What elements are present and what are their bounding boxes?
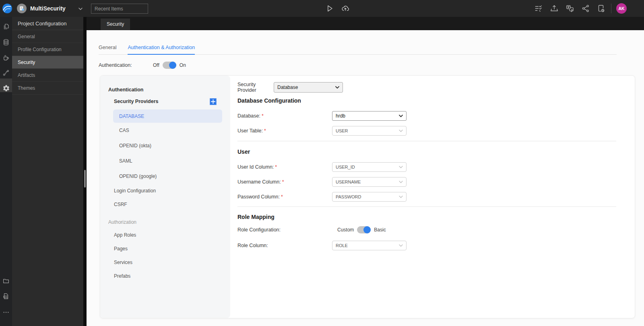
sidebar-item-artifacts[interactable]: Artifacts	[12, 69, 83, 82]
sidebar-scrollbar	[83, 17, 87, 326]
main-content: General Authentication & Authorization A…	[87, 30, 644, 326]
authentication-toggle-row: Authentication: Off On	[99, 61, 644, 69]
sidebar-title: Project Configuration	[12, 17, 83, 30]
log-file-icon[interactable]: LOG	[0, 290, 12, 303]
user-table-row: User Table:* USER	[237, 126, 635, 136]
nav-item-app-roles[interactable]: App Roles	[114, 228, 230, 242]
sidebar-item-themes[interactable]: Themes	[12, 82, 83, 95]
nav-item-services[interactable]: Services	[114, 256, 230, 269]
sidebar-item-security[interactable]: Security	[12, 56, 83, 69]
user-table-value: USER	[336, 128, 348, 133]
provider-item-saml[interactable]: SAML	[119, 153, 230, 169]
authorization-section-header: Authorization	[108, 216, 230, 228]
more-icon[interactable]	[0, 306, 12, 319]
toggle-on-label: On	[180, 62, 186, 68]
database-configuration-heading: Database Configuration	[237, 97, 635, 105]
toggle-knob	[169, 62, 176, 69]
tab-authentication-authorization[interactable]: Authentication & Authorization	[128, 45, 195, 55]
wavemaker-logo-icon[interactable]	[2, 3, 12, 14]
required-marker: *	[282, 179, 284, 185]
section-divider	[237, 206, 616, 207]
topbar-separator	[611, 4, 611, 13]
provider-item-database[interactable]: DATABASE	[113, 109, 222, 123]
sidebar-item-general[interactable]: General	[12, 30, 83, 43]
security-provider-value: Database	[277, 85, 298, 90]
authentication-label: Authentication:	[99, 62, 153, 68]
cloud-upload-icon[interactable]	[341, 4, 350, 13]
project-badge-icon[interactable]	[17, 4, 27, 13]
role-basic-label: Basic	[374, 227, 386, 233]
folder-icon[interactable]	[0, 274, 12, 287]
security-providers-row: Security Providers	[114, 97, 217, 105]
project-config-sidebar: Project Configuration General Profile Co…	[12, 17, 83, 326]
section-divider	[237, 141, 616, 141]
database-provider-form: Security Provider Database Database Conf…	[230, 76, 635, 318]
role-column-row: Role Column: ROLE	[237, 241, 635, 250]
role-mapping-heading: Role Mapping	[237, 214, 635, 221]
password-column-value: PASSWORD	[336, 194, 361, 199]
checklist-icon[interactable]	[534, 4, 543, 13]
database-select[interactable]: hrdb	[332, 111, 407, 121]
recent-items-input[interactable]	[91, 4, 148, 14]
user-id-column-select[interactable]: USER_ID	[332, 162, 407, 172]
apis-icon[interactable]	[0, 66, 12, 79]
password-column-select[interactable]: PASSWORD	[332, 192, 407, 202]
role-configuration-row: Role Configuration: Custom Basic	[237, 226, 635, 234]
nav-item-csrf[interactable]: CSRF	[114, 198, 230, 211]
security-nav-panel: Authentication Security Providers DATABA…	[100, 76, 230, 318]
user-avatar[interactable]: AK	[616, 3, 627, 14]
role-custom-label: Custom	[337, 227, 354, 233]
user-id-column-value: USER_ID	[336, 165, 355, 169]
share-icon[interactable]	[581, 4, 590, 13]
user-table-select[interactable]: USER	[332, 126, 407, 136]
java-services-icon[interactable]	[0, 51, 12, 64]
export-icon[interactable]	[550, 4, 559, 13]
required-marker: *	[281, 194, 283, 200]
provider-item-cas[interactable]: CAS	[119, 123, 230, 138]
nav-item-pages[interactable]: Pages	[114, 242, 230, 256]
add-provider-button[interactable]	[210, 98, 217, 105]
role-configuration-toggle[interactable]	[357, 226, 371, 233]
security-provider-select[interactable]: Database	[274, 82, 343, 93]
required-marker: *	[275, 164, 277, 170]
user-id-column-row: User Id Column:* USER_ID	[237, 162, 635, 172]
required-marker: *	[264, 128, 266, 134]
toggle-knob	[363, 226, 371, 233]
security-tabs: General Authentication & Authorization	[99, 45, 617, 55]
user-table-label: User Table:*	[237, 128, 332, 134]
security-provider-label: Security Provider	[237, 82, 274, 93]
settings-icon[interactable]	[0, 82, 12, 95]
project-name: MultiSecurity	[30, 5, 66, 12]
scrollbar-thumb[interactable]	[84, 170, 86, 188]
provider-item-openid-google[interactable]: OPENID (google)	[119, 169, 230, 184]
authentication-toggle[interactable]	[163, 62, 176, 69]
chevron-down-icon[interactable]	[77, 6, 84, 12]
nav-item-prefabs[interactable]: Prefabs	[114, 269, 230, 283]
tab-general[interactable]: General	[99, 45, 116, 54]
play-icon[interactable]	[325, 4, 334, 13]
file-sync-icon[interactable]	[597, 4, 605, 13]
password-column-row: Password Column:* PASSWORD	[237, 192, 635, 202]
database-value: hrdb	[336, 113, 345, 119]
tab-security[interactable]: Security	[101, 19, 130, 30]
role-column-value: ROLE	[336, 243, 348, 248]
nav-item-login-configuration[interactable]: Login Configuration	[114, 184, 230, 198]
translate-icon[interactable]	[566, 4, 574, 13]
role-configuration-label: Role Configuration:	[237, 227, 332, 233]
database-icon[interactable]	[0, 36, 12, 49]
username-column-select[interactable]: USERNAME	[332, 177, 407, 187]
provider-item-openid-okta[interactable]: OPENID (okta)	[119, 138, 230, 153]
role-column-select[interactable]: ROLE	[332, 241, 407, 250]
username-column-row: Username Column:* USERNAME	[237, 177, 635, 187]
pages-icon[interactable]	[0, 20, 12, 33]
username-column-label: Username Column:*	[237, 179, 332, 185]
role-column-label: Role Column:	[237, 243, 332, 248]
security-providers-label: Security Providers	[114, 99, 158, 104]
document-tabstrip: Security	[87, 17, 644, 30]
svg-text:LOG: LOG	[4, 296, 7, 298]
authentication-section-header: Authentication	[108, 87, 230, 93]
toggle-off-label: Off	[153, 62, 159, 68]
sidebar-item-profile-configuration[interactable]: Profile Configuration	[12, 43, 83, 56]
username-column-value: USERNAME	[336, 180, 361, 184]
icon-rail: LOG	[0, 17, 12, 326]
